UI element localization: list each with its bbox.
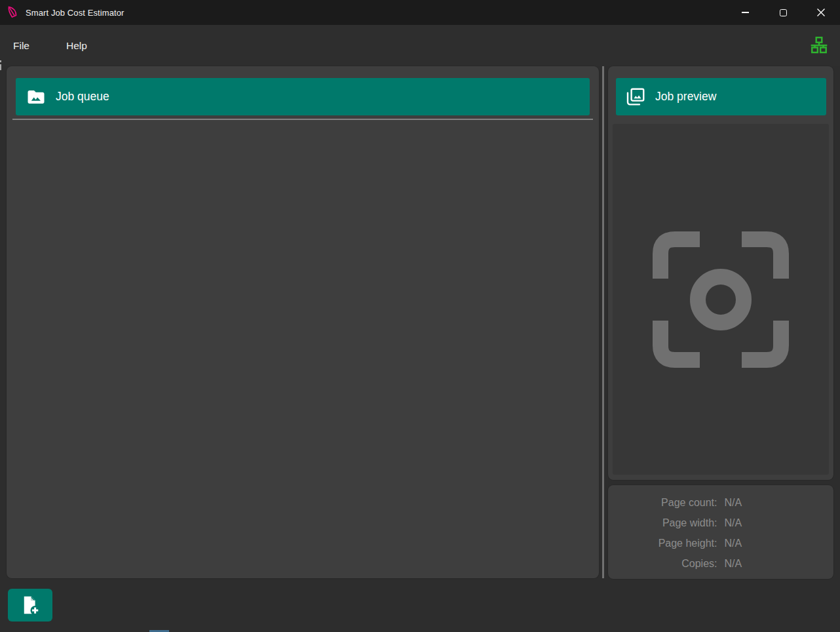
app-logo-icon bbox=[7, 5, 20, 20]
job-info-panel: Page count: N/A Page width: N/A Page hei… bbox=[608, 485, 833, 579]
page-width-value: N/A bbox=[725, 513, 834, 533]
window-edge-artifact bbox=[0, 60, 1, 70]
page-count-label: Page count: bbox=[608, 492, 717, 513]
job-queue-title: Job queue bbox=[56, 90, 109, 104]
window-title: Smart Job Cost Estimator bbox=[26, 8, 124, 18]
minimize-icon bbox=[742, 12, 749, 13]
menu-help[interactable]: Help bbox=[62, 35, 91, 57]
close-icon bbox=[816, 8, 826, 17]
panel-splitter[interactable] bbox=[602, 66, 604, 578]
page-width-label: Page width: bbox=[608, 513, 717, 533]
job-queue-panel: Job queue bbox=[7, 66, 599, 578]
job-queue-header-divider bbox=[12, 119, 593, 120]
app-window: Smart Job Cost Estimator File Help bbox=[0, 0, 840, 632]
page-count-value: N/A bbox=[725, 492, 834, 513]
menu-file[interactable]: File bbox=[9, 35, 33, 57]
add-job-button[interactable] bbox=[8, 589, 52, 622]
network-status-icon[interactable] bbox=[809, 35, 829, 56]
job-preview-title: Job preview bbox=[655, 90, 716, 104]
maximize-button[interactable] bbox=[764, 0, 802, 25]
preview-area bbox=[613, 124, 829, 475]
job-preview-panel: Job preview bbox=[608, 66, 833, 480]
page-height-label: Page height: bbox=[608, 533, 717, 553]
job-queue-list bbox=[7, 188, 599, 578]
job-preview-header: Job preview bbox=[616, 78, 826, 115]
window-controls bbox=[726, 0, 840, 25]
note-add-icon bbox=[20, 595, 40, 615]
center-focus-placeholder-icon bbox=[653, 231, 789, 368]
titlebar: Smart Job Cost Estimator bbox=[0, 0, 840, 25]
copies-label: Copies: bbox=[608, 553, 717, 574]
minimize-button[interactable] bbox=[726, 0, 764, 25]
copies-value: N/A bbox=[725, 553, 834, 574]
job-info-grid: Page count: N/A Page width: N/A Page hei… bbox=[608, 492, 833, 574]
page-height-value: N/A bbox=[725, 533, 834, 553]
close-button[interactable] bbox=[802, 0, 840, 25]
maximize-icon bbox=[780, 9, 787, 16]
folder-media-icon bbox=[26, 87, 46, 107]
menubar: File Help bbox=[0, 25, 840, 66]
photo-library-icon bbox=[625, 87, 646, 108]
job-queue-header: Job queue bbox=[16, 78, 590, 115]
